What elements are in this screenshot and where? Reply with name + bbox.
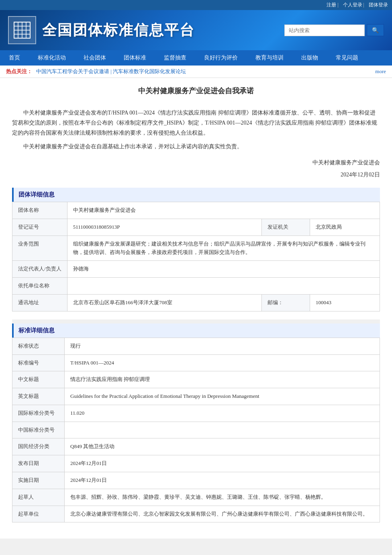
value-cell: 2024年12月01日 bbox=[65, 472, 380, 489]
nav-organizations[interactable]: 社会团体 bbox=[75, 50, 115, 66]
table-row: 通讯地址 北京市石景山区阜石路166号泽洋大厦708室 邮编： 100043 bbox=[12, 294, 380, 311]
label-cell: 登记证号 bbox=[12, 219, 67, 236]
value-cell: 中关村健康服务产业促进会 bbox=[67, 202, 380, 219]
label-cell: 国际标准分类号 bbox=[12, 405, 65, 422]
search-button[interactable]: 🔍 bbox=[367, 24, 384, 36]
label-cell: 发布日期 bbox=[12, 455, 65, 472]
table-row: 中国标准分类号 bbox=[12, 422, 380, 438]
search-input[interactable] bbox=[284, 25, 365, 36]
search-area: 🔍 bbox=[284, 24, 384, 36]
value-cell: 2024年12月01日 bbox=[65, 455, 380, 472]
value-cell: 包丰源、招辉、孙玫、陈伟玲、梁静霞、黄珍平、吴文迪、钟惠妮、王璐璐、王佳、陈书碇… bbox=[65, 489, 380, 506]
pledge-date: 2024年12月02日 bbox=[12, 170, 380, 180]
label-cell: 依托单位名称 bbox=[12, 278, 67, 295]
group-info-table: 团体名称 中关村健康服务产业促进会 登记证号 51110000318085913… bbox=[12, 202, 380, 311]
value-cell: T/HSIPA 001—2024 bbox=[65, 354, 380, 371]
standard-section-header: 标准详细信息 bbox=[12, 324, 380, 338]
value-cell bbox=[65, 422, 380, 438]
group-login-link[interactable]: 团体登录 bbox=[369, 2, 388, 8]
label-cell: 起草单位 bbox=[12, 506, 65, 522]
table-row: 标准状态 现行 bbox=[12, 338, 380, 354]
main-content: 中关村健康服务产业促进会自我承诺 中关村健康服务产业促进会发布的T/HSIPA … bbox=[0, 78, 392, 539]
nav-publications[interactable]: 出版物 bbox=[292, 50, 327, 66]
label-cell: 实施日期 bbox=[12, 472, 65, 489]
table-row: 发布日期 2024年12月01日 bbox=[12, 455, 380, 472]
table-row: 起草单位 北京心康达健康管理有限公司、北京心智家园文化发展有限公司、广州心康达健… bbox=[12, 506, 380, 522]
nav-faq[interactable]: 常见问题 bbox=[327, 50, 367, 66]
table-row: 登记证号 51110000318085913P 发证机关 北京民政局 bbox=[12, 219, 380, 236]
label-cell: 中国标准分类号 bbox=[12, 422, 65, 438]
logo-icon bbox=[8, 16, 36, 44]
value-cell: 组织健康服务产业发展课题研究；建设相关技术与信息平台；组织产品演示与品牌宣传，开… bbox=[67, 236, 380, 261]
label-cell: 业务范围 bbox=[12, 236, 67, 261]
site-title: 全国团体标准信息平台 bbox=[42, 20, 195, 40]
value-cell: 11.020 bbox=[65, 405, 380, 422]
main-nav: 首页 标准化活动 社会团体 团体标准 监督抽查 良好行为评价 教育与培训 出版物… bbox=[0, 50, 392, 66]
logo-area: 全国团体标准信息平台 bbox=[8, 16, 195, 44]
label-cell: 起草人 bbox=[12, 489, 65, 506]
value-cell: 孙德海 bbox=[67, 261, 380, 278]
label-cell: 发证机关 bbox=[262, 219, 310, 236]
hot-more-link[interactable]: more bbox=[375, 68, 386, 75]
value-cell bbox=[67, 278, 380, 295]
label-cell: 法定代表人/负责人 bbox=[12, 261, 67, 278]
value-cell: 51110000318085913P bbox=[67, 219, 261, 236]
nav-activities[interactable]: 标准化活动 bbox=[29, 50, 75, 66]
value-cell: Guidelines for the Practical Application… bbox=[65, 388, 380, 405]
personal-login-link[interactable]: 个人登录 bbox=[343, 2, 362, 8]
table-row: 中文标题 情志疗法实践应用指南 抑郁症调理 bbox=[12, 371, 380, 388]
table-row: 依托单位名称 bbox=[12, 278, 380, 295]
label-cell: 中文标题 bbox=[12, 371, 65, 388]
nav-evaluation[interactable]: 良好行为评价 bbox=[195, 50, 247, 66]
pledge-para2: 中关村健康服务产业促进会在自愿基础上作出本承诺，并对以上承诺内容的真实性负责。 bbox=[12, 141, 380, 152]
table-row: 标准编号 T/HSIPA 001—2024 bbox=[12, 354, 380, 371]
hot-bar: 热点关注： 中国汽车工程学会关于会议邀请 | 汽车标准数字化国际化发展论坛 mo… bbox=[0, 66, 392, 78]
nav-supervision[interactable]: 监督抽查 bbox=[155, 50, 195, 66]
value-cell: 北京市石景山区阜石路166号泽洋大厦708室 bbox=[67, 294, 261, 311]
table-row: 英文标题 Guidelines for the Practical Applic… bbox=[12, 388, 380, 405]
table-row: 实施日期 2024年12月01日 bbox=[12, 472, 380, 489]
pledge-signer: 中关村健康服务产业促进会 bbox=[12, 158, 380, 168]
label-cell: 标准状态 bbox=[12, 338, 65, 354]
value-cell: 北京民政局 bbox=[310, 219, 380, 236]
label-cell: 英文标题 bbox=[12, 388, 65, 405]
nav-education[interactable]: 教育与培训 bbox=[247, 50, 292, 66]
page-title: 中关村健康服务产业促进会自我承诺 bbox=[12, 86, 380, 100]
value-cell: 100043 bbox=[310, 294, 380, 311]
value-cell: 北京心康达健康管理有限公司、北京心智家园文化发展有限公司、广州心康达健康科学有限… bbox=[65, 506, 380, 522]
header: 全国团体标准信息平台 🔍 bbox=[0, 10, 392, 50]
table-row: 法定代表人/负责人 孙德海 bbox=[12, 261, 380, 278]
table-row: 起草人 包丰源、招辉、孙玫、陈伟玲、梁静霞、黄珍平、吴文迪、钟惠妮、王璐璐、王佳… bbox=[12, 489, 380, 506]
group-section-header: 团体详细信息 bbox=[12, 188, 380, 202]
pledge-para1: 中关村健康服务产业促进会发布的T/HSIPA 001—2024《情志疗法实践应用… bbox=[12, 108, 380, 138]
value-cell: Q849 其他卫生活动 bbox=[65, 438, 380, 455]
value-cell: 现行 bbox=[65, 338, 380, 354]
table-row: 国民经济分类 Q849 其他卫生活动 bbox=[12, 438, 380, 455]
top-bar: 注册 | 个人登录 | 团体登录 bbox=[0, 0, 392, 10]
value-cell: 情志疗法实践应用指南 抑郁症调理 bbox=[65, 371, 380, 388]
label-cell: 邮编： bbox=[262, 294, 310, 311]
label-cell: 标准编号 bbox=[12, 354, 65, 371]
table-row: 团体名称 中关村健康服务产业促进会 bbox=[12, 202, 380, 219]
pledge-section: 中关村健康服务产业促进会发布的T/HSIPA 001—2024《情志疗法实践应用… bbox=[12, 108, 380, 180]
hot-label: 热点关注： bbox=[6, 68, 32, 75]
nav-home[interactable]: 首页 bbox=[0, 50, 29, 66]
table-row: 国际标准分类号 11.020 bbox=[12, 405, 380, 422]
hot-content: 中国汽车工程学会关于会议邀请 | 汽车标准数字化国际化发展论坛 bbox=[36, 68, 375, 75]
nav-standards[interactable]: 团体标准 bbox=[115, 50, 155, 66]
label-cell: 国民经济分类 bbox=[12, 438, 65, 455]
table-row: 业务范围 组织健康服务产业发展课题研究；建设相关技术与信息平台；组织产品演示与品… bbox=[12, 236, 380, 261]
standard-info-table: 标准状态 现行 标准编号 T/HSIPA 001—2024 中文标题 情志疗法实… bbox=[12, 338, 380, 523]
label-cell: 通讯地址 bbox=[12, 294, 67, 311]
label-cell: 团体名称 bbox=[12, 202, 67, 219]
pledge-signature: 中关村健康服务产业促进会 2024年12月02日 bbox=[12, 158, 380, 180]
register-link[interactable]: 注册 bbox=[327, 2, 336, 8]
